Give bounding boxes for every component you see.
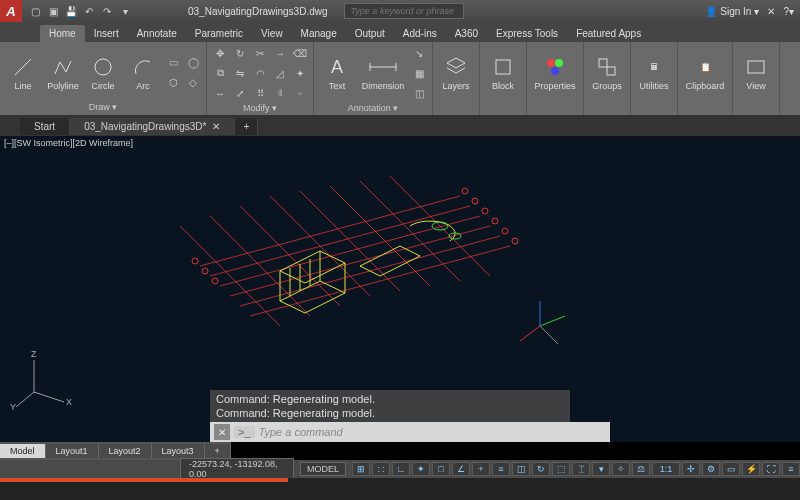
explode-icon[interactable]: ✦ xyxy=(291,64,309,82)
text-button[interactable]: AText xyxy=(318,46,356,100)
polyline-button[interactable]: Polyline xyxy=(44,46,82,100)
properties-button[interactable]: Properties xyxy=(531,46,579,100)
copy-icon[interactable]: ⧉ xyxy=(211,64,229,82)
ribbon-tab-a360[interactable]: A360 xyxy=(446,25,487,42)
panel-label-draw[interactable]: Draw ▾ xyxy=(4,101,202,113)
leader-icon[interactable]: ↘ xyxy=(410,44,428,62)
add-layout-button[interactable]: + xyxy=(205,444,231,458)
annotation-tool-icon[interactable]: ◫ xyxy=(410,84,428,102)
layers-button[interactable]: Layers xyxy=(437,46,475,100)
scale-icon[interactable]: ⤢ xyxy=(231,84,249,102)
workspace-icon[interactable]: ⚙ xyxy=(702,462,720,476)
transparency-icon[interactable]: ◫ xyxy=(512,462,530,476)
ribbon-tab-output[interactable]: Output xyxy=(346,25,394,42)
doc-tab-file[interactable]: 03_NavigatingDrawings3D*✕ xyxy=(70,118,235,135)
table-icon[interactable]: ▦ xyxy=(410,64,428,82)
groups-button[interactable]: Groups xyxy=(588,46,626,100)
clipboard-button[interactable]: 📋Clipboard xyxy=(682,46,728,100)
layout-tab-layout2[interactable]: Layout2 xyxy=(99,444,152,458)
ribbon-tab-view[interactable]: View xyxy=(252,25,292,42)
polar-icon[interactable]: ✦ xyxy=(412,462,430,476)
close-icon[interactable]: ✕ xyxy=(214,424,230,440)
mirror-icon[interactable]: ⇋ xyxy=(231,64,249,82)
offset-icon[interactable]: ⫴ xyxy=(271,84,289,102)
array-icon[interactable]: ⠿ xyxy=(251,84,269,102)
model-space-button[interactable]: MODEL xyxy=(300,462,346,476)
circle-button[interactable]: Circle xyxy=(84,46,122,100)
dynamic-input-icon[interactable]: + xyxy=(472,462,490,476)
gizmo-icon[interactable]: ✧ xyxy=(612,462,630,476)
ribbon-tab-express[interactable]: Express Tools xyxy=(487,25,567,42)
help-icon[interactable]: ?▾ xyxy=(783,6,794,17)
layout-tab-model[interactable]: Model xyxy=(0,444,46,458)
block-button[interactable]: Block xyxy=(484,46,522,100)
view-button[interactable]: View xyxy=(737,46,775,100)
viewport-controls[interactable]: [–][SW Isometric][2D Wireframe] xyxy=(4,138,133,148)
exchange-icon[interactable]: ✕ xyxy=(767,6,775,17)
layout-tab-layout1[interactable]: Layout1 xyxy=(46,444,99,458)
help-search-input[interactable] xyxy=(344,3,464,19)
filter-icon[interactable]: ▾ xyxy=(592,462,610,476)
utilities-button[interactable]: 🖩Utilities xyxy=(635,46,673,100)
coordinates-readout[interactable]: -22573.24, -13192.08, 0.00 xyxy=(180,458,294,480)
command-input[interactable]: Type a command xyxy=(255,426,610,438)
3dosnap-icon[interactable]: ⬚ xyxy=(552,462,570,476)
ribbon-tab-addins[interactable]: Add-ins xyxy=(394,25,446,42)
dyn-ucs-icon[interactable]: ⌶ xyxy=(572,462,590,476)
erase-icon[interactable]: ⌫ xyxy=(291,44,309,62)
signin-button[interactable]: 👤 Sign In ▾ xyxy=(705,6,759,17)
annoscale-icon[interactable]: ⚖ xyxy=(632,462,650,476)
undo-icon[interactable]: ↶ xyxy=(82,4,96,18)
ribbon-tab-featured[interactable]: Featured Apps xyxy=(567,25,650,42)
trim-icon[interactable]: ✂ xyxy=(251,44,269,62)
arc-button[interactable]: Arc xyxy=(124,46,162,100)
fillet-icon[interactable]: ◠ xyxy=(251,64,269,82)
new-icon[interactable]: ▢ xyxy=(28,4,42,18)
new-tab-button[interactable]: + xyxy=(235,118,258,135)
osnap-icon[interactable]: □ xyxy=(432,462,450,476)
panel-label-annotation[interactable]: Annotation ▾ xyxy=(318,102,428,114)
close-icon[interactable]: ✕ xyxy=(212,121,220,132)
draw-tool-icon[interactable]: ◯ xyxy=(184,54,202,72)
hardware-accel-icon[interactable]: ⚡ xyxy=(742,462,760,476)
ribbon-tab-parametric[interactable]: Parametric xyxy=(186,25,252,42)
doc-tab-start[interactable]: Start xyxy=(20,118,70,135)
ucs-icon[interactable]: X Y Z xyxy=(14,352,74,412)
otrack-icon[interactable]: ∠ xyxy=(452,462,470,476)
modify-tool-icon[interactable]: ▫ xyxy=(291,84,309,102)
ribbon-tab-insert[interactable]: Insert xyxy=(85,25,128,42)
scale-readout[interactable]: 1:1 xyxy=(652,462,680,476)
redo-icon[interactable]: ↷ xyxy=(100,4,114,18)
panel-label-modify[interactable]: Modify ▾ xyxy=(211,102,309,114)
open-icon[interactable]: ▣ xyxy=(46,4,60,18)
app-logo[interactable]: A xyxy=(0,0,22,22)
customize-icon[interactable]: ≡ xyxy=(782,462,800,476)
command-line[interactable]: ✕ >_ Type a command xyxy=(210,422,610,442)
draw-tool-icon[interactable]: ⬡ xyxy=(164,74,182,92)
draw-tool-icon[interactable]: ▭ xyxy=(164,54,182,72)
rotate-icon[interactable]: ↻ xyxy=(231,44,249,62)
qat-dropdown-icon[interactable]: ▾ xyxy=(118,4,132,18)
move-icon[interactable]: ✥ xyxy=(211,44,229,62)
video-timeline[interactable] xyxy=(0,478,800,500)
save-icon[interactable]: 💾 xyxy=(64,4,78,18)
draw-tool-icon[interactable]: ◇ xyxy=(184,74,202,92)
lineweight-icon[interactable]: ≡ xyxy=(492,462,510,476)
ribbon-tab-home[interactable]: Home xyxy=(40,25,85,42)
chamfer-icon[interactable]: ◿ xyxy=(271,64,289,82)
stretch-icon[interactable]: ↔ xyxy=(211,84,229,102)
dimension-button[interactable]: Dimension xyxy=(358,46,408,100)
snap-icon[interactable]: ⸬ xyxy=(372,462,390,476)
cycling-icon[interactable]: ↻ xyxy=(532,462,550,476)
clean-screen-icon[interactable]: ⛶ xyxy=(762,462,780,476)
grid-icon[interactable]: ⊞ xyxy=(352,462,370,476)
ribbon-tab-annotate[interactable]: Annotate xyxy=(128,25,186,42)
layout-tab-layout3[interactable]: Layout3 xyxy=(152,444,205,458)
annotation-visibility-icon[interactable]: ✢ xyxy=(682,462,700,476)
monitor-icon[interactable]: ▭ xyxy=(722,462,740,476)
extend-icon[interactable]: → xyxy=(271,44,289,62)
ribbon-tab-manage[interactable]: Manage xyxy=(292,25,346,42)
ortho-icon[interactable]: ∟ xyxy=(392,462,410,476)
line-button[interactable]: Line xyxy=(4,46,42,100)
view-compass[interactable] xyxy=(510,296,570,356)
